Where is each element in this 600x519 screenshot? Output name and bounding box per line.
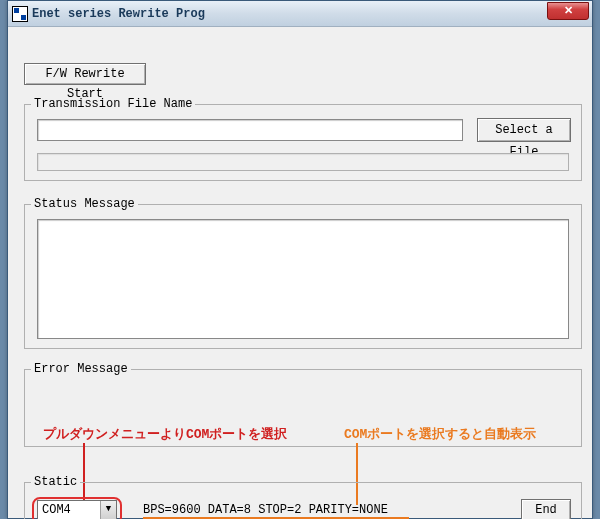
static-group: Static COM4 ▼ BPS=9600 DATA=8 STOP=2 PAR…	[24, 475, 582, 519]
transmission-file-legend: Transmission File Name	[31, 97, 195, 111]
close-button[interactable]: ✕	[547, 2, 589, 20]
app-window: Enet series Rewrite Prog ✕ F/W Rewrite S…	[7, 0, 593, 519]
status-message-legend: Status Message	[31, 197, 138, 211]
com-port-value: COM4	[38, 503, 100, 517]
end-button[interactable]: End	[521, 499, 571, 519]
titlebar[interactable]: Enet series Rewrite Prog ✕	[8, 1, 592, 27]
serial-params-label: BPS=9600 DATA=8 STOP=2 PARITY=NONE	[143, 503, 388, 517]
error-message-legend: Error Message	[31, 362, 131, 376]
chevron-down-icon: ▼	[100, 501, 116, 519]
app-icon	[12, 6, 28, 22]
com-port-select[interactable]: COM4 ▼	[37, 500, 117, 519]
annotation-auto-display-hint: COMポートを選択すると自動表示	[344, 425, 536, 443]
transmission-file-group: Transmission File Name Select a File	[24, 97, 582, 181]
progress-bar	[37, 153, 569, 171]
window-title: Enet series Rewrite Prog	[32, 7, 205, 21]
annotation-pulldown-hint: プルダウンメニューよりCOMポートを選択	[43, 425, 287, 443]
status-message-group: Status Message	[24, 197, 582, 349]
select-file-button[interactable]: Select a File	[477, 118, 571, 142]
status-message-box	[37, 219, 569, 339]
fw-rewrite-start-button[interactable]: F/W Rewrite Start	[24, 63, 146, 85]
filename-input[interactable]	[37, 119, 463, 141]
static-legend: Static	[31, 475, 80, 489]
